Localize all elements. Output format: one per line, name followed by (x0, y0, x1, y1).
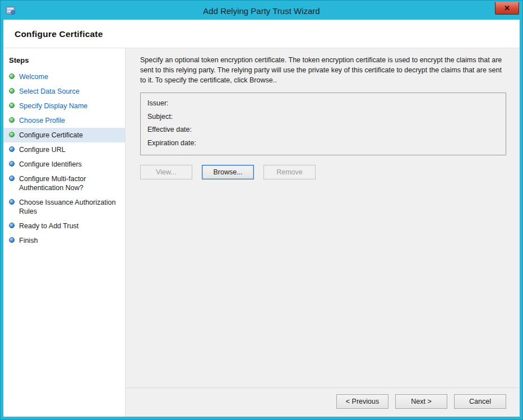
step-label: Configure Multi-factor Authentication No… (19, 174, 121, 192)
step-label: Configure Certificate (19, 131, 83, 140)
step-label: Choose Profile (19, 116, 65, 125)
cancel-button[interactable]: Cancel (454, 394, 506, 409)
step-complete-icon (9, 117, 15, 123)
certificate-field-label: Issuer: (147, 97, 169, 110)
sidebar-step-select-data-source: Select Data Source (3, 84, 125, 99)
step-label: Configure Identifiers (19, 160, 82, 169)
certificate-field-label: Subject: (147, 110, 173, 124)
page-header: Configure Certificate (3, 20, 520, 48)
sidebar-step-choose-profile: Choose Profile (3, 113, 125, 128)
titlebar: Add Relying Party Trust Wizard ✕ (3, 3, 520, 20)
close-button[interactable]: ✕ (495, 2, 519, 15)
certificate-field: Subject: (147, 110, 499, 124)
step-label: Specify Display Name (19, 101, 87, 110)
page-title: Configure Certificate (15, 29, 508, 39)
step-label: Choose Issuance Authorization Rules (19, 198, 121, 216)
sidebar-step-choose-issuance-authorization-rules: Choose Issuance Authorization Rules (3, 195, 125, 219)
previous-button[interactable]: < Previous (336, 394, 388, 409)
wizard-window: Add Relying Party Trust Wizard ✕ Configu… (0, 0, 523, 420)
step-label: Configure URL (19, 145, 66, 154)
sidebar-step-configure-identifiers: Configure Identifiers (3, 157, 125, 172)
certificate-field: Expiration date: (147, 137, 499, 150)
step-pending-icon (9, 223, 15, 228)
steps-header: Steps (3, 54, 125, 70)
certificate-details-box: Issuer:Subject:Effective date:Expiration… (140, 93, 506, 155)
certificate-field-label: Expiration date: (147, 137, 196, 150)
step-pending-icon (9, 146, 15, 152)
sidebar-step-welcome: Welcome (3, 70, 125, 84)
step-pending-icon (9, 161, 15, 167)
sidebar-step-configure-certificate: Configure Certificate (3, 128, 125, 142)
step-complete-icon (9, 103, 15, 108)
sidebar-step-ready-to-add-trust: Ready to Add Trust (3, 219, 125, 233)
step-label: Finish (19, 236, 38, 245)
step-complete-icon (9, 88, 15, 94)
step-label: Ready to Add Trust (19, 221, 78, 230)
next-button[interactable]: Next > (395, 394, 447, 409)
step-complete-icon (9, 132, 15, 137)
wizard-navigation: < Previous Next > Cancel (126, 387, 520, 417)
view-button: View... (140, 165, 192, 179)
sidebar-step-finish: Finish (3, 233, 125, 248)
browse-button[interactable]: Browse... (202, 165, 254, 179)
main-content: Specify an optional token encryption cer… (126, 48, 520, 417)
step-pending-icon (9, 176, 15, 181)
certificate-field-label: Effective date: (147, 123, 192, 137)
window-title: Add Relying Party Trust Wizard (3, 6, 520, 16)
window-body: Configure Certificate Steps WelcomeSelec… (3, 20, 520, 417)
certificate-field: Issuer: (147, 97, 499, 110)
sidebar-step-specify-display-name: Specify Display Name (3, 99, 125, 113)
steps-sidebar: Steps WelcomeSelect Data SourceSpecify D… (3, 48, 126, 417)
sidebar-step-configure-url: Configure URL (3, 142, 125, 157)
step-label: Welcome (19, 72, 48, 81)
step-pending-icon (9, 237, 15, 243)
close-icon: ✕ (504, 4, 510, 12)
step-complete-icon (9, 73, 15, 79)
step-label: Select Data Source (19, 87, 80, 96)
description-text: Specify an optional token encryption cer… (140, 56, 505, 85)
step-pending-icon (9, 199, 15, 205)
sidebar-step-configure-multi-factor-authentication-now: Configure Multi-factor Authentication No… (3, 172, 125, 195)
certificate-actions: View... Browse... Remove (140, 165, 506, 179)
steps-list: WelcomeSelect Data SourceSpecify Display… (3, 70, 125, 248)
certificate-field: Effective date: (147, 123, 499, 137)
remove-button: Remove (263, 165, 316, 179)
